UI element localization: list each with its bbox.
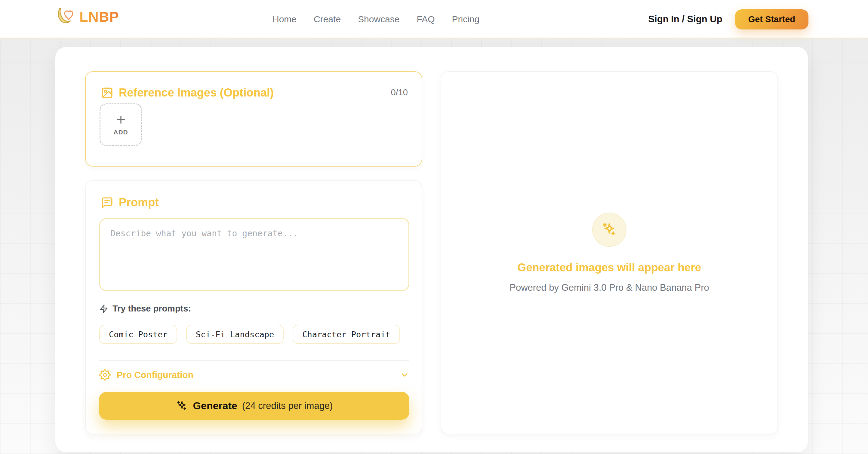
- generate-credits: (24 credits per image): [242, 400, 333, 411]
- get-started-button[interactable]: Get Started: [735, 9, 808, 29]
- preview-title: Generated images will appear here: [518, 261, 702, 274]
- try-prompts-label: Try these prompts:: [113, 304, 191, 314]
- sparkles-icon: [601, 221, 618, 238]
- reference-images-title: Reference Images (Optional): [119, 86, 274, 99]
- generate-label: Generate: [193, 400, 237, 412]
- nav-item-create[interactable]: Create: [314, 14, 341, 24]
- prompt-chip-comic-poster[interactable]: Comic Poster: [99, 325, 177, 344]
- reference-images-header: Reference Images (Optional): [101, 86, 274, 99]
- pro-configuration-toggle[interactable]: Pro Configuration: [99, 367, 409, 383]
- main-content-panel: Reference Images (Optional) 0/10 ADD Pro…: [55, 47, 808, 452]
- divider: [99, 360, 409, 361]
- prompt-chips: Comic Poster Sci-Fi Landscape Character …: [99, 325, 400, 344]
- chevron-down-icon: [400, 370, 409, 380]
- prompt-chip-scifi-landscape[interactable]: Sci-Fi Landscape: [186, 325, 284, 344]
- pro-configuration-label: Pro Configuration: [117, 370, 193, 380]
- try-prompts-row: Try these prompts:: [99, 304, 191, 314]
- generate-button[interactable]: Generate (24 credits per image): [99, 392, 409, 420]
- prompt-card: Prompt Try these prompts: Comic Poster S…: [85, 181, 422, 434]
- nav-item-showcase[interactable]: Showcase: [358, 14, 399, 24]
- main-nav: Home Create Showcase FAQ Pricing: [273, 0, 479, 38]
- preview-icon-circle: [592, 213, 626, 247]
- prompt-title: Prompt: [119, 196, 159, 209]
- generation-preview-card: Generated images will appear here Powere…: [441, 71, 778, 434]
- gear-icon: [99, 369, 111, 381]
- nav-item-pricing[interactable]: Pricing: [452, 14, 480, 24]
- sign-in-link[interactable]: Sign In / Sign Up: [648, 14, 722, 25]
- lightning-bolt-icon: [99, 304, 108, 313]
- message-bubble-icon: [101, 196, 114, 209]
- nav-item-home[interactable]: Home: [273, 14, 297, 24]
- brand-name: LNBP: [80, 8, 119, 25]
- preview-subtitle: Powered by Gemini 3.0 Pro & Nano Banana …: [509, 282, 709, 293]
- plus-icon: [115, 114, 127, 126]
- nav-item-faq[interactable]: FAQ: [417, 14, 435, 24]
- brand-logo[interactable]: LNBP: [55, 7, 119, 27]
- reference-counter: 0/10: [391, 88, 408, 97]
- add-label: ADD: [114, 129, 128, 136]
- navbar: LNBP Home Create Showcase FAQ Pricing Si…: [0, 0, 868, 38]
- prompt-input[interactable]: [99, 218, 409, 291]
- image-icon: [101, 87, 114, 99]
- sparkles-icon: [176, 399, 188, 412]
- banana-heart-logo-icon: [55, 7, 75, 27]
- reference-images-card: Reference Images (Optional) 0/10 ADD: [85, 71, 422, 167]
- navbar-right: Sign In / Sign Up Get Started: [648, 0, 808, 38]
- prompt-chip-character-portrait[interactable]: Character Portrait: [292, 325, 400, 344]
- prompt-header: Prompt: [101, 196, 159, 209]
- add-reference-image-button[interactable]: ADD: [99, 103, 142, 146]
